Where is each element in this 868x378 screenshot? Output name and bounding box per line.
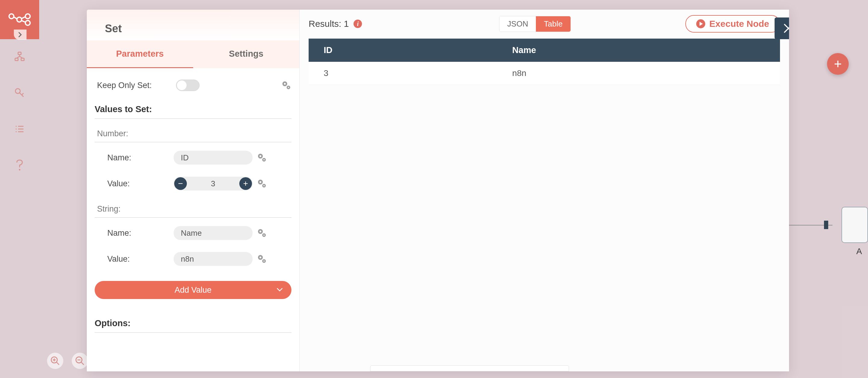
execute-node-button[interactable]: Execute Node bbox=[685, 15, 780, 33]
info-icon[interactable]: i bbox=[353, 20, 362, 28]
plus-icon: + bbox=[834, 56, 842, 71]
results-table: ID Name 3 n8n bbox=[309, 39, 780, 85]
view-mode-toggle: JSON Table bbox=[499, 16, 571, 32]
param-options-button[interactable] bbox=[257, 153, 267, 163]
keep-only-set-toggle[interactable] bbox=[176, 80, 199, 91]
gears-icon bbox=[281, 80, 291, 90]
table-header-row: ID Name bbox=[309, 39, 780, 62]
chevron-down-icon bbox=[276, 286, 283, 293]
bottom-panel-peek[interactable] bbox=[370, 365, 569, 371]
svg-point-8 bbox=[19, 169, 21, 170]
results-count: Results: 1 bbox=[309, 19, 349, 29]
increment-button[interactable]: + bbox=[239, 177, 252, 190]
plus-icon: + bbox=[243, 179, 248, 188]
add-value-button[interactable]: Add Value bbox=[95, 281, 291, 299]
minus-icon: − bbox=[178, 179, 183, 188]
gears-icon bbox=[257, 179, 267, 189]
gears-icon bbox=[257, 153, 267, 163]
number-value-input[interactable]: 3 bbox=[187, 179, 239, 188]
view-table-button[interactable]: Table bbox=[536, 16, 570, 32]
param-options-button[interactable] bbox=[257, 228, 267, 238]
number-value-label: Value: bbox=[107, 179, 174, 188]
nav-credentials[interactable] bbox=[14, 87, 25, 98]
tab-parameters[interactable]: Parameters bbox=[87, 40, 193, 68]
string-section-header: String: bbox=[95, 196, 291, 218]
close-modal-button[interactable] bbox=[775, 18, 789, 39]
node-editor-modal: Set Parameters Settings Keep Only Set: V… bbox=[87, 10, 789, 371]
svg-rect-5 bbox=[15, 58, 18, 61]
zoom-in-button[interactable] bbox=[47, 353, 63, 369]
close-icon bbox=[783, 23, 789, 34]
param-options-button[interactable] bbox=[257, 179, 267, 189]
zoom-out-icon bbox=[75, 356, 85, 366]
string-value-label: Value: bbox=[107, 254, 174, 264]
svg-rect-6 bbox=[21, 58, 24, 61]
node-input-handle[interactable] bbox=[824, 221, 828, 229]
zoom-out-button[interactable] bbox=[72, 353, 88, 369]
execute-node-label: Execute Node bbox=[710, 19, 769, 29]
panel-tabs: Parameters Settings bbox=[87, 40, 299, 68]
number-name-label: Name: bbox=[107, 153, 174, 162]
svg-point-0 bbox=[9, 14, 14, 19]
brand-logo[interactable] bbox=[0, 0, 39, 39]
nav-help[interactable] bbox=[14, 160, 25, 170]
string-name-label: Name: bbox=[107, 228, 174, 238]
node-label: A bbox=[856, 247, 862, 256]
table-row: 3 n8n bbox=[309, 62, 780, 85]
column-header-id: ID bbox=[309, 39, 497, 62]
number-value-stepper: − 3 + bbox=[174, 177, 253, 190]
column-header-name: Name bbox=[497, 39, 780, 62]
keep-only-set-label: Keep Only Set: bbox=[97, 81, 176, 90]
cell-name: n8n bbox=[497, 62, 780, 85]
node-box bbox=[841, 207, 868, 243]
canvas-node[interactable]: A bbox=[828, 207, 868, 257]
node-parameters-panel: Set Parameters Settings Keep Only Set: V… bbox=[87, 10, 300, 371]
key-icon bbox=[14, 88, 25, 98]
gears-icon bbox=[257, 254, 267, 264]
n8n-logo-icon bbox=[8, 13, 31, 26]
string-name-input[interactable] bbox=[174, 226, 253, 240]
number-name-input[interactable] bbox=[174, 151, 253, 165]
list-icon bbox=[14, 124, 25, 134]
values-to-set-header: Values to Set: bbox=[95, 97, 291, 119]
add-value-label: Add Value bbox=[175, 285, 212, 295]
workflow-icon bbox=[14, 52, 25, 62]
svg-point-3 bbox=[25, 21, 30, 25]
nav-workflows[interactable] bbox=[14, 51, 25, 62]
gears-icon bbox=[257, 228, 267, 238]
param-options-button[interactable] bbox=[257, 254, 267, 264]
svg-rect-4 bbox=[18, 52, 21, 55]
svg-point-2 bbox=[25, 14, 30, 19]
zoom-in-icon bbox=[50, 356, 60, 366]
decrement-button[interactable]: − bbox=[174, 177, 187, 190]
tab-settings[interactable]: Settings bbox=[193, 40, 300, 68]
options-header: Options: bbox=[95, 311, 291, 333]
node-output-panel: Results: 1 i JSON Table Execute Node ID … bbox=[300, 10, 789, 371]
view-json-button[interactable]: JSON bbox=[499, 16, 536, 32]
toggle-knob bbox=[177, 81, 187, 90]
nav-executions[interactable] bbox=[14, 124, 25, 134]
add-node-button[interactable]: + bbox=[827, 53, 849, 75]
number-section-header: Number: bbox=[95, 121, 291, 142]
question-icon bbox=[15, 159, 24, 171]
svg-point-1 bbox=[17, 17, 22, 22]
svg-point-7 bbox=[16, 89, 20, 93]
node-title: Set bbox=[87, 10, 299, 40]
cell-id: 3 bbox=[309, 62, 497, 85]
string-value-input[interactable] bbox=[174, 252, 253, 266]
left-sidebar bbox=[0, 0, 39, 378]
play-icon bbox=[696, 19, 705, 28]
expand-sidebar-button[interactable] bbox=[14, 30, 27, 40]
param-options-button[interactable] bbox=[281, 80, 291, 90]
chevron-right-icon bbox=[18, 32, 23, 37]
results-toolbar: Results: 1 i JSON Table Execute Node bbox=[300, 10, 789, 39]
